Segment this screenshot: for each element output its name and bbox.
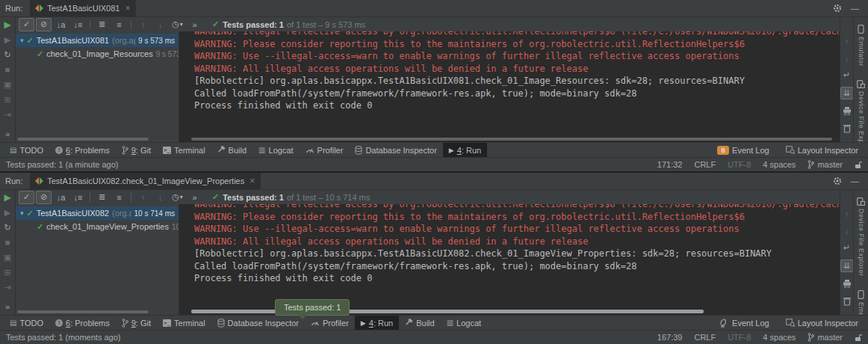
toolbar-item-terminal[interactable]: >_ Terminal xyxy=(157,316,211,330)
toolbar-item-problems[interactable]: ! 6: Problems xyxy=(49,143,116,157)
run-tab[interactable]: TestA1BasicUIX082.check_01_ImageView_Pro… xyxy=(30,173,261,189)
up-stacktrace-icon[interactable]: ↑ xyxy=(841,208,853,219)
sort-alphabetically-button[interactable]: ↓a xyxy=(53,191,69,204)
toolbar-item-git[interactable]: 9: Git xyxy=(116,316,157,330)
test-tree-row-root[interactable]: ▾ ✓ TestA1BasicUIX082 (org.aplas.basica … xyxy=(16,206,179,220)
indent-style[interactable]: 4 spaces xyxy=(763,333,796,342)
file-encoding[interactable]: UTF-8 xyxy=(728,333,751,342)
toolbar-item-logcat[interactable]: ▥ Logcat xyxy=(252,143,299,157)
toolbar-overflow-icon[interactable]: » xyxy=(187,191,202,204)
indent-style[interactable]: 4 spaces xyxy=(763,160,796,169)
close-icon[interactable]: × xyxy=(249,176,255,186)
gear-icon[interactable] xyxy=(833,176,842,185)
import-results-icon[interactable]: ⇥ xyxy=(1,282,13,292)
tree-horizontal-scrollbar[interactable] xyxy=(17,310,149,313)
toolbar-item-terminal[interactable]: >_ Terminal xyxy=(157,143,211,157)
layout-inspector-button[interactable]: Layout Inspector xyxy=(780,316,864,330)
import-results-icon[interactable]: ⇥ xyxy=(1,109,13,120)
up-stacktrace-icon[interactable]: ↑ xyxy=(841,35,853,46)
show-passed-button[interactable]: ✓ xyxy=(19,18,34,31)
toolbar-item-git[interactable]: 9: Git xyxy=(116,143,157,157)
previous-failed-button[interactable]: ↑ xyxy=(135,191,151,204)
rerun-button[interactable]: ▶ xyxy=(1,192,13,203)
lock-icon[interactable] xyxy=(855,161,862,169)
device-file-explorer-tool-button[interactable]: Device File Explorer xyxy=(857,197,865,277)
minimize-icon[interactable]: — xyxy=(851,4,859,13)
toolbar-item-logcat[interactable]: ▥ Logcat xyxy=(441,316,487,330)
stop-icon[interactable]: ■ xyxy=(1,237,13,248)
more-options-icon[interactable]: » xyxy=(0,301,15,312)
print-icon[interactable] xyxy=(841,105,853,117)
layers-icon[interactable]: ⊞ xyxy=(1,267,13,277)
test-history-button[interactable]: ◷▾ xyxy=(170,18,185,31)
stop-icon[interactable]: ■ xyxy=(1,64,13,75)
show-ignored-button[interactable]: ⊘ xyxy=(36,18,52,31)
file-encoding[interactable]: UTF-8 xyxy=(728,160,751,169)
screenshot-icon[interactable]: ▣ xyxy=(1,79,13,90)
rerun-failed-icon[interactable]: ↻ xyxy=(1,222,13,233)
lock-icon[interactable] xyxy=(855,334,862,342)
tree-horizontal-scrollbar[interactable] xyxy=(17,138,149,141)
toolbar-item-run[interactable]: ▶ 4: Run xyxy=(355,316,399,330)
toolbar-item-database-inspector[interactable]: Database Inspector xyxy=(349,143,442,157)
soft-wrap-icon[interactable]: ↵ xyxy=(841,70,853,81)
test-tree-row-method[interactable]: ✓ check_01_Image_Resources 9 s 573 ms xyxy=(16,47,179,61)
previous-failed-button[interactable]: ↑ xyxy=(135,18,151,31)
scroll-to-end-icon[interactable]: ⇊ xyxy=(840,259,854,272)
run-tab[interactable]: TestA1BasicUIX081 × xyxy=(30,0,136,16)
more-options-icon[interactable]: » xyxy=(0,129,15,139)
layout-inspector-button[interactable]: Layout Inspector xyxy=(780,143,864,157)
chevron-down-icon[interactable]: ▾ xyxy=(20,37,24,44)
emulator-tool-button[interactable]: Emulator xyxy=(858,25,865,67)
git-branch-widget[interactable]: master xyxy=(807,333,843,342)
chevron-down-icon[interactable]: ▾ xyxy=(20,209,24,217)
git-branch-widget[interactable]: master xyxy=(807,160,843,169)
sort-alphabetically-button[interactable]: ↓a xyxy=(53,18,69,31)
event-log-button[interactable]: 8 Event Log xyxy=(711,143,775,157)
scroll-to-end-icon[interactable]: ⇊ xyxy=(840,87,854,99)
sort-by-duration-button[interactable]: ↓≡ xyxy=(70,191,86,204)
debug-rerun-icon[interactable]: ▶ xyxy=(1,207,13,218)
test-history-button[interactable]: ◷▾ xyxy=(170,191,185,204)
soft-wrap-icon[interactable]: ↵ xyxy=(841,242,853,254)
clear-console-icon[interactable] xyxy=(841,123,853,134)
caret-position[interactable]: 171:32 xyxy=(657,160,683,169)
next-failed-button[interactable]: ↓ xyxy=(152,18,168,31)
expand-all-button[interactable]: ≣ xyxy=(94,191,110,204)
line-ending[interactable]: CRLF xyxy=(694,160,716,169)
line-ending[interactable]: CRLF xyxy=(694,333,716,342)
console-horizontal-scrollbar[interactable] xyxy=(191,138,832,141)
event-log-button[interactable]: Event Log xyxy=(714,316,775,330)
show-passed-button[interactable]: ✓ xyxy=(19,191,34,204)
toolbar-overflow-icon[interactable]: » xyxy=(187,18,202,31)
expand-all-button[interactable]: ≣ xyxy=(94,18,110,31)
toolbar-item-build[interactable]: Build xyxy=(399,316,440,330)
screenshot-icon[interactable]: ▣ xyxy=(1,252,13,262)
test-tree-row-method[interactable]: ✓ check_01_ImageView_Properties 10 s 714… xyxy=(16,220,179,233)
down-stacktrace-icon[interactable]: ↓ xyxy=(841,225,853,236)
clear-console-icon[interactable] xyxy=(841,295,853,307)
next-failed-button[interactable]: ↓ xyxy=(152,191,168,204)
layers-icon[interactable]: ⊞ xyxy=(1,94,13,105)
minimize-icon[interactable]: — xyxy=(851,176,859,185)
sort-by-duration-button[interactable]: ↓≡ xyxy=(70,18,86,31)
toolbar-item-build[interactable]: Build xyxy=(211,143,252,157)
collapse-all-button[interactable]: ≡ xyxy=(111,191,127,204)
toolbar-item-todo[interactable]: ▤ TODO xyxy=(4,316,49,330)
collapse-all-button[interactable]: ≡ xyxy=(111,18,127,31)
print-icon[interactable] xyxy=(841,278,853,289)
console-horizontal-scrollbar[interactable] xyxy=(191,310,704,313)
test-tree-row-root[interactable]: ▾ ✓ TestA1BasicUIX081 (org.aplas.basica … xyxy=(16,34,179,47)
toolbar-item-problems[interactable]: ! 6: Problems xyxy=(49,316,116,330)
down-stacktrace-icon[interactable]: ↓ xyxy=(841,52,853,64)
gear-icon[interactable] xyxy=(833,4,842,13)
toolbar-item-profiler[interactable]: Profiler xyxy=(300,143,350,157)
show-ignored-button[interactable]: ⊘ xyxy=(36,191,52,204)
rerun-failed-icon[interactable]: ↻ xyxy=(1,49,13,60)
toolbar-item-profiler[interactable]: Profiler xyxy=(305,316,355,330)
toolbar-item-run[interactable]: ▶ 4: Run xyxy=(443,143,487,157)
toolbar-item-database-inspector[interactable]: Database Inspector xyxy=(211,316,305,330)
close-icon[interactable]: × xyxy=(125,3,130,13)
caret-position[interactable]: 167:39 xyxy=(657,333,683,342)
toolbar-item-todo[interactable]: ▤ TODO xyxy=(4,143,49,157)
